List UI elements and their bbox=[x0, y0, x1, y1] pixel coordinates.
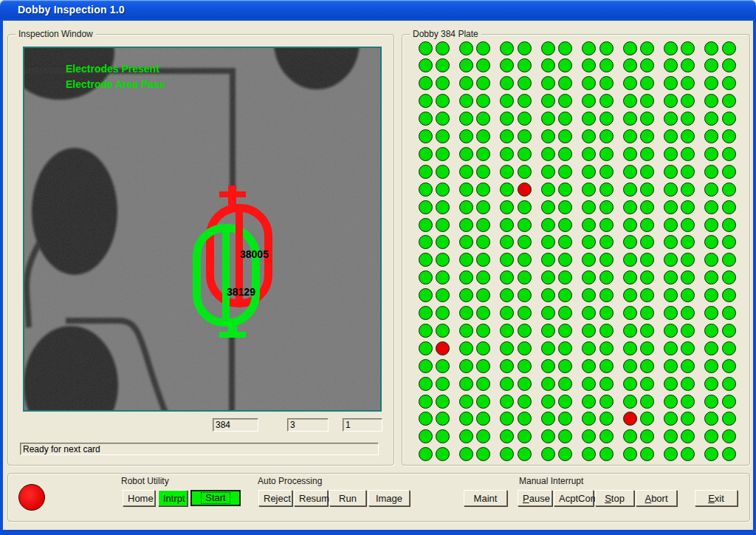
well-pass bbox=[436, 235, 450, 249]
well-pass bbox=[476, 429, 490, 443]
well-pass bbox=[599, 412, 614, 426]
well-pass bbox=[704, 112, 718, 126]
well-pass bbox=[459, 306, 473, 320]
robot-utility-label: Robot Utility bbox=[121, 476, 169, 486]
well-pass bbox=[704, 165, 718, 179]
well-pass bbox=[681, 359, 695, 373]
well-pass bbox=[681, 447, 695, 461]
acptcont-button[interactable]: AcptCont bbox=[554, 490, 594, 506]
well-pass bbox=[681, 270, 695, 284]
well-pass bbox=[459, 288, 473, 302]
well-pass bbox=[558, 395, 572, 409]
status-indicator-light bbox=[18, 484, 45, 511]
well-pass bbox=[558, 447, 572, 461]
well-pass bbox=[500, 183, 514, 197]
index-field[interactable]: 1 bbox=[343, 418, 382, 432]
well-pass bbox=[640, 112, 654, 126]
well-pass bbox=[640, 183, 654, 197]
well-pass bbox=[419, 129, 433, 143]
well-pass bbox=[436, 218, 450, 232]
well-fail bbox=[518, 183, 532, 197]
well-pass bbox=[664, 429, 678, 443]
well-pass bbox=[476, 41, 490, 55]
well-pass bbox=[518, 324, 532, 338]
well-pass bbox=[500, 147, 514, 161]
reject-button[interactable]: Reject bbox=[258, 490, 292, 506]
exit-button[interactable]: Exit bbox=[695, 490, 738, 506]
well-pass bbox=[541, 359, 555, 373]
well-pass bbox=[541, 183, 555, 197]
well-pass bbox=[476, 200, 490, 214]
well-pass bbox=[558, 218, 572, 232]
camera-image: 38005 38129 Electrodes Present Electrode… bbox=[23, 47, 382, 412]
well-pass bbox=[722, 341, 736, 355]
well-pass bbox=[436, 395, 450, 409]
pause-button[interactable]: Pause bbox=[518, 490, 552, 506]
window-border-left bbox=[0, 21, 3, 530]
well-pass bbox=[664, 253, 678, 267]
count-field[interactable]: 3 bbox=[287, 418, 329, 432]
well-pass bbox=[558, 165, 572, 179]
well-pass bbox=[500, 58, 514, 72]
stop-button[interactable]: Stop bbox=[595, 490, 634, 506]
well-pass bbox=[459, 41, 473, 55]
well-pass bbox=[722, 412, 736, 426]
well-pass bbox=[640, 235, 654, 249]
well-pass bbox=[419, 253, 433, 267]
well-pass bbox=[518, 94, 532, 108]
well-pass bbox=[459, 270, 473, 284]
run-button[interactable]: Run bbox=[329, 490, 366, 506]
plate-type-field[interactable]: 384 bbox=[213, 418, 258, 432]
start-button[interactable]: Start bbox=[190, 490, 241, 506]
maint-button[interactable]: Maint bbox=[464, 490, 507, 506]
well-pass bbox=[640, 129, 654, 143]
well-pass bbox=[599, 183, 614, 197]
intrpt-button[interactable]: Intrpt bbox=[158, 490, 188, 506]
well-pass bbox=[664, 183, 678, 197]
well-pass bbox=[640, 412, 654, 426]
well-pass bbox=[664, 306, 678, 320]
well-pass bbox=[599, 147, 614, 161]
app-window: Dobby Inspection 1.0 Inspection Window bbox=[0, 0, 756, 535]
well-pass bbox=[518, 253, 532, 267]
well-pass bbox=[664, 377, 678, 391]
well-pass bbox=[476, 377, 490, 391]
well-pass bbox=[518, 288, 532, 302]
well-pass bbox=[476, 288, 490, 302]
well-pass bbox=[582, 429, 596, 443]
well-pass bbox=[681, 76, 695, 90]
well-pass bbox=[500, 112, 514, 126]
well-pass bbox=[436, 429, 450, 443]
title-bar[interactable]: Dobby Inspection 1.0 bbox=[0, 0, 756, 21]
resume-button[interactable]: Resume bbox=[294, 490, 328, 506]
well-pass bbox=[459, 447, 473, 461]
home-button[interactable]: Home bbox=[123, 490, 155, 506]
well-pass bbox=[599, 341, 614, 355]
well-pass bbox=[419, 377, 433, 391]
well-pass bbox=[558, 306, 572, 320]
well-pass bbox=[459, 341, 473, 355]
well-pass bbox=[419, 412, 433, 426]
image-button[interactable]: Image bbox=[368, 490, 410, 506]
well-pass bbox=[640, 41, 654, 55]
well-pass bbox=[640, 165, 654, 179]
well-pass bbox=[436, 94, 450, 108]
abort-button[interactable]: Abort bbox=[636, 490, 677, 506]
well-pass bbox=[541, 200, 555, 214]
well-pass bbox=[582, 129, 596, 143]
well-pass bbox=[459, 58, 473, 72]
well-pass bbox=[518, 377, 532, 391]
well-pass bbox=[640, 253, 654, 267]
status-field[interactable]: Ready for next card bbox=[20, 443, 379, 455]
well-pass bbox=[500, 235, 514, 249]
well-pass bbox=[704, 218, 718, 232]
well-pass bbox=[476, 447, 490, 461]
well-pass bbox=[599, 76, 614, 90]
well-pass bbox=[558, 183, 572, 197]
well-pass bbox=[582, 165, 596, 179]
well-pass bbox=[640, 359, 654, 373]
well-pass bbox=[623, 359, 637, 373]
well-pass bbox=[459, 147, 473, 161]
well-pass bbox=[500, 324, 514, 338]
well-pass bbox=[541, 58, 555, 72]
